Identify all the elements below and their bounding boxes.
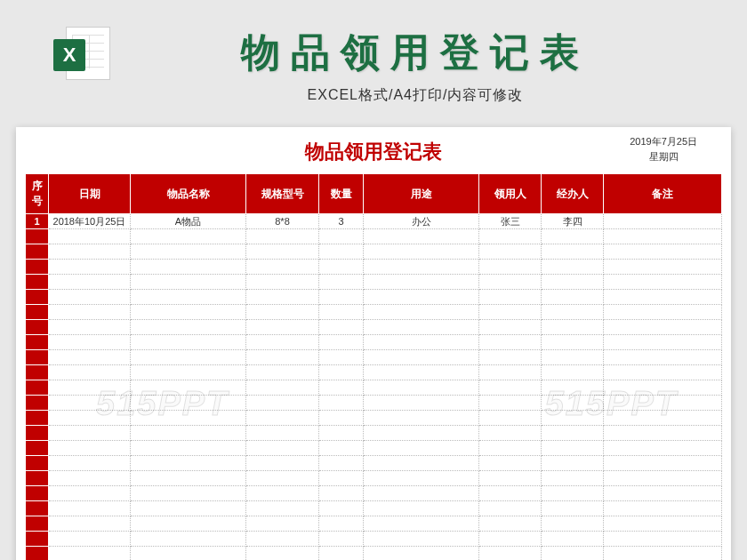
cell — [246, 547, 319, 561]
table-row — [26, 320, 722, 335]
cell — [604, 532, 722, 547]
cell — [131, 305, 246, 320]
cell — [49, 501, 131, 516]
cell — [542, 320, 604, 335]
cell — [364, 335, 479, 350]
cell — [542, 350, 604, 365]
cell — [131, 290, 246, 305]
row-index — [26, 547, 49, 561]
cell — [131, 260, 246, 275]
cell — [49, 335, 131, 350]
cell — [319, 471, 364, 486]
cell — [246, 365, 319, 380]
column-header: 经办人 — [542, 174, 604, 214]
cell — [604, 486, 722, 501]
cell — [319, 350, 364, 365]
cell — [49, 260, 131, 275]
cell — [604, 320, 722, 335]
cell — [49, 426, 131, 441]
row-index — [26, 260, 49, 275]
cell — [479, 396, 542, 411]
cell — [49, 365, 131, 380]
table-row: 12018年10月25日A物品8*83办公张三李四 — [26, 214, 722, 229]
cell — [364, 471, 479, 486]
cell — [542, 411, 604, 426]
column-header: 领用人 — [479, 174, 542, 214]
column-header: 备注 — [604, 174, 722, 214]
cell: 3 — [319, 214, 364, 229]
row-index — [26, 441, 49, 456]
row-index — [26, 320, 49, 335]
cell — [542, 441, 604, 456]
cell — [542, 365, 604, 380]
cell — [542, 305, 604, 320]
cell: 2018年10月25日 — [49, 214, 131, 229]
table-row — [26, 471, 722, 486]
cell — [364, 290, 479, 305]
row-index — [26, 244, 49, 260]
cell — [364, 305, 479, 320]
row-index — [26, 290, 49, 305]
row-index — [26, 229, 49, 244]
cell — [479, 501, 542, 516]
cell — [246, 486, 319, 501]
cell — [246, 456, 319, 471]
row-index: 1 — [26, 214, 49, 229]
cell — [364, 350, 479, 365]
cell — [542, 229, 604, 244]
cell — [319, 547, 364, 561]
cell — [542, 396, 604, 411]
sheet-title: 物品领用登记表 — [305, 139, 442, 165]
sheet-date-block: 2019年7月25日 星期四 — [630, 134, 697, 164]
cell — [49, 441, 131, 456]
cell — [364, 516, 479, 532]
column-header: 数量 — [319, 174, 364, 214]
cell — [542, 380, 604, 396]
cell — [246, 380, 319, 396]
cell — [246, 426, 319, 441]
table-row — [26, 260, 722, 275]
cell — [246, 396, 319, 411]
register-table: 序号日期物品名称规格型号数量用途领用人经办人备注 12018年10月25日A物品… — [25, 173, 722, 560]
cell — [49, 516, 131, 532]
cell — [131, 320, 246, 335]
cell — [364, 244, 479, 260]
title-block: 物品领用登记表 EXCEL格式/A4打印/内容可修改 — [137, 27, 694, 105]
cell — [319, 260, 364, 275]
cell — [319, 229, 364, 244]
cell — [479, 260, 542, 275]
cell — [246, 471, 319, 486]
cell — [319, 456, 364, 471]
table-row — [26, 290, 722, 305]
cell — [542, 486, 604, 501]
cell — [604, 501, 722, 516]
cell — [246, 516, 319, 532]
cell — [319, 365, 364, 380]
cell — [364, 441, 479, 456]
cell — [479, 471, 542, 486]
cell — [131, 229, 246, 244]
cell — [604, 547, 722, 561]
cell — [246, 290, 319, 305]
row-index — [26, 501, 49, 516]
cell — [246, 260, 319, 275]
cell — [479, 547, 542, 561]
table-row — [26, 426, 722, 441]
cell — [131, 516, 246, 532]
cell — [319, 380, 364, 396]
cell — [364, 396, 479, 411]
row-index — [26, 365, 49, 380]
cell: 李四 — [542, 214, 604, 229]
sheet-header: 物品领用登记表 2019年7月25日 星期四 — [25, 136, 722, 168]
cell — [479, 335, 542, 350]
cell — [604, 305, 722, 320]
cell — [246, 411, 319, 426]
cell — [364, 547, 479, 561]
cell — [364, 380, 479, 396]
row-index — [26, 380, 49, 396]
cell — [319, 486, 364, 501]
cell — [364, 275, 479, 290]
cell — [542, 335, 604, 350]
table-row — [26, 350, 722, 365]
cell — [364, 365, 479, 380]
